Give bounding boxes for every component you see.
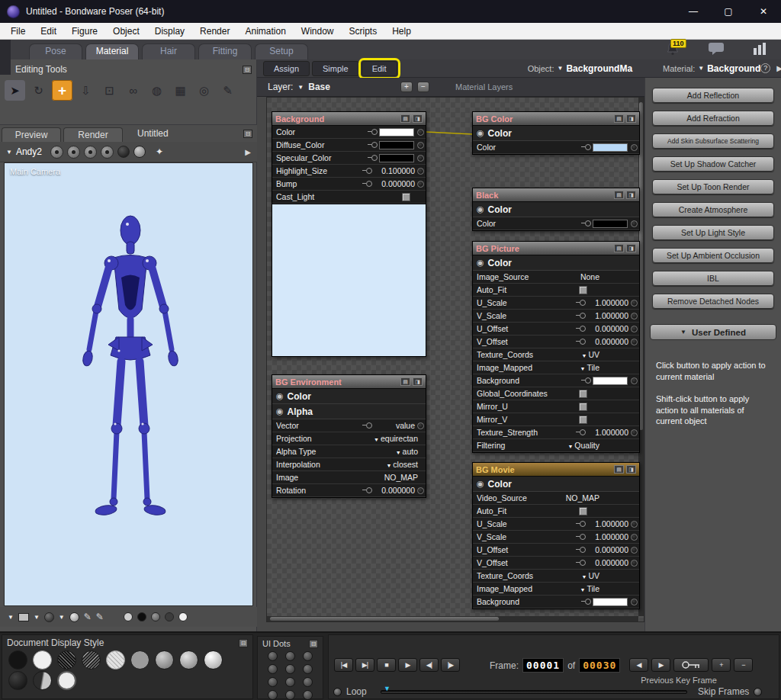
output-socket-icon[interactable]: ◉ (276, 391, 284, 401)
node-collapse-icon[interactable]: ◨ (413, 377, 423, 386)
param-u-scale[interactable]: U_Scale1.000000 (473, 518, 639, 531)
notifications-bell-icon[interactable]: 110 (665, 41, 680, 59)
param-value[interactable]: 1.000000 (587, 428, 628, 437)
param-u-offset[interactable]: U_Offset0.000000 (473, 323, 639, 336)
depth-style-circle-3[interactable] (151, 612, 160, 621)
param-v-scale[interactable]: V_Scale1.000000 (473, 531, 639, 544)
output-connector-icon[interactable] (631, 599, 638, 605)
node-bg-color[interactable]: BG Color▤◨◉ColorColor (472, 111, 640, 155)
select-tool[interactable]: ➤ (5, 80, 25, 101)
material-dropdown-icon[interactable]: ▼ (698, 65, 704, 72)
output-connector-icon[interactable] (417, 487, 424, 494)
param-dropdown[interactable]: Quality (567, 441, 599, 450)
param-vector[interactable]: Vectorvalue (272, 419, 426, 432)
end-frame-button[interactable]: ▶| (355, 658, 374, 672)
style-sphere-light-icon[interactable] (69, 612, 79, 622)
material-value[interactable]: Background (707, 63, 760, 74)
maximize-button[interactable]: ▢ (711, 0, 746, 23)
material-tab-assign[interactable]: Assign (263, 61, 310, 76)
minimize-button[interactable]: — (676, 0, 711, 23)
param-value[interactable]: None (558, 272, 599, 281)
param-dropdown[interactable]: UV (581, 350, 599, 359)
node-menu-icon[interactable]: ▤ (614, 244, 624, 252)
style-sphere-dark-icon[interactable] (44, 612, 54, 622)
display-style-collapse-icon[interactable]: ⊟ (239, 639, 248, 647)
param-auto-fit[interactable]: Auto_Fit (473, 505, 639, 518)
param-value[interactable]: 1.000000 (587, 311, 628, 320)
ui-dot-6[interactable] (303, 664, 313, 674)
node-header[interactable]: BG Color▤◨ (473, 112, 639, 126)
output-socket-icon[interactable]: ◉ (477, 204, 484, 214)
ui-dot-4[interactable] (268, 664, 278, 674)
node-menu-icon[interactable]: ▤ (614, 191, 624, 199)
param-value[interactable]: 1.000000 (587, 519, 628, 528)
trackball-dark-icon[interactable] (117, 146, 130, 158)
param-checkbox[interactable] (579, 390, 587, 398)
parameter-dial[interactable] (371, 155, 378, 161)
ui-dot-9[interactable] (303, 677, 313, 687)
param-value[interactable]: 0.100000 (374, 166, 415, 175)
object-selector[interactable]: Object: ▼ BackgroundMa (528, 63, 632, 74)
parameter-dial[interactable] (366, 168, 372, 174)
parameter-dial[interactable] (580, 547, 586, 553)
param-rotation[interactable]: Rotation0.000000 (272, 484, 426, 497)
scale-tool[interactable]: ⊡ (99, 80, 120, 101)
parameter-dial[interactable] (580, 534, 586, 540)
param-color[interactable]: Color (473, 141, 639, 154)
output-connector-icon[interactable] (417, 181, 424, 188)
chain-break-tool[interactable]: ∞ (123, 80, 143, 101)
ui-dot-5[interactable] (285, 664, 295, 674)
parameter-dial[interactable] (580, 560, 586, 566)
tab-preview[interactable]: Preview (2, 127, 61, 143)
add-keyframe-button[interactable]: + (712, 658, 731, 672)
display-style-flat-shaded[interactable] (130, 650, 149, 669)
room-tab-fitting[interactable]: Fitting (198, 43, 252, 59)
display-style-lit-wireframe[interactable] (82, 650, 101, 669)
next-keyframe-button[interactable]: ▶ (651, 658, 670, 672)
layer-value[interactable]: Base (308, 82, 330, 92)
param-dropdown[interactable]: UV (581, 571, 599, 580)
help-icon[interactable]: ? (760, 63, 770, 73)
param-v-offset[interactable]: V_Offset0.000000 (473, 557, 639, 570)
output-connector-icon[interactable] (631, 144, 638, 151)
parameter-dial[interactable] (580, 313, 586, 319)
menu-item-render[interactable]: Render (192, 24, 237, 38)
param-value[interactable]: 0.000000 (587, 337, 628, 346)
color-swatch[interactable] (379, 128, 414, 136)
node-bg-environment[interactable]: BG Environment▤◨◉Color◉AlphaVectorvalueP… (272, 374, 426, 498)
object-value[interactable]: BackgroundMa (566, 63, 632, 74)
depth-style-circle-5[interactable] (178, 612, 188, 621)
output-connector-icon[interactable] (631, 429, 638, 436)
parameter-dial[interactable] (585, 599, 591, 605)
depth-style-circle-2[interactable] (137, 612, 146, 621)
param-cast-light[interactable]: Cast_Light (272, 191, 426, 204)
node-header[interactable]: Black▤◨ (473, 188, 639, 202)
color-preview[interactable] (272, 204, 426, 356)
play-button[interactable]: ▶ (398, 658, 417, 672)
object-dropdown-icon[interactable]: ▼ (557, 65, 563, 72)
grouping-tool[interactable]: ▦ (170, 80, 191, 101)
current-frame-field[interactable]: 00001 (522, 658, 564, 673)
node-bg-movie[interactable]: BG Movie▤◨◉ColorVideo_SourceNO_MAPAuto_F… (472, 462, 640, 609)
render-stats-chart-icon[interactable] (752, 42, 767, 58)
figure-name[interactable]: Andy2 (16, 146, 42, 157)
parameter-dial[interactable] (585, 377, 591, 384)
display-style-outline[interactable] (33, 650, 52, 669)
light-control-icon[interactable]: ✦ (156, 146, 163, 157)
delete-keyframe-button[interactable]: − (734, 658, 753, 672)
param-value[interactable]: 0.000000 (374, 486, 415, 495)
param-value[interactable]: 1.000000 (587, 532, 628, 541)
param-dropdown[interactable]: Tile (580, 584, 599, 593)
param-color[interactable]: Color (473, 217, 639, 230)
param-checkbox[interactable] (579, 507, 587, 515)
room-tab-pose[interactable]: Pose (29, 43, 82, 59)
param-v-scale[interactable]: V_Scale1.000000 (473, 310, 639, 323)
param-video-source[interactable]: Video_SourceNO_MAP (473, 492, 639, 505)
output-socket-icon[interactable]: ◉ (477, 479, 484, 489)
param-auto-fit[interactable]: Auto_Fit (473, 284, 639, 297)
ui-dot-10[interactable] (268, 690, 278, 700)
ui-dot-11[interactable] (285, 690, 295, 700)
document-viewport[interactable]: Main Camera (4, 162, 253, 606)
parameter-dial[interactable] (371, 129, 378, 135)
style-dropdown-icon-3[interactable]: ▼ (59, 614, 65, 621)
